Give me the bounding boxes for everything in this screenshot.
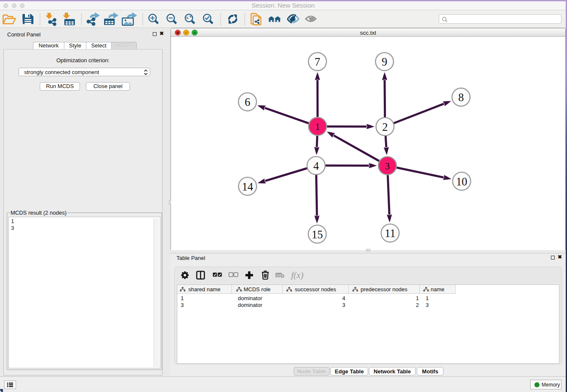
svg-text:6: 6	[245, 96, 250, 108]
svg-text:4: 4	[314, 159, 319, 172]
svg-text:11: 11	[385, 227, 396, 240]
svg-text:1: 1	[315, 121, 320, 132]
svg-text:9: 9	[382, 55, 387, 68]
svg-text:15: 15	[312, 228, 323, 240]
svg-text:7: 7	[315, 55, 320, 68]
svg-text:14: 14	[242, 180, 253, 193]
svg-text:10: 10	[456, 175, 468, 188]
svg-text:3: 3	[385, 160, 390, 171]
svg-text:2: 2	[382, 120, 388, 133]
svg-text:f(x): f(x)	[291, 270, 303, 280]
svg-text:8: 8	[458, 91, 464, 104]
